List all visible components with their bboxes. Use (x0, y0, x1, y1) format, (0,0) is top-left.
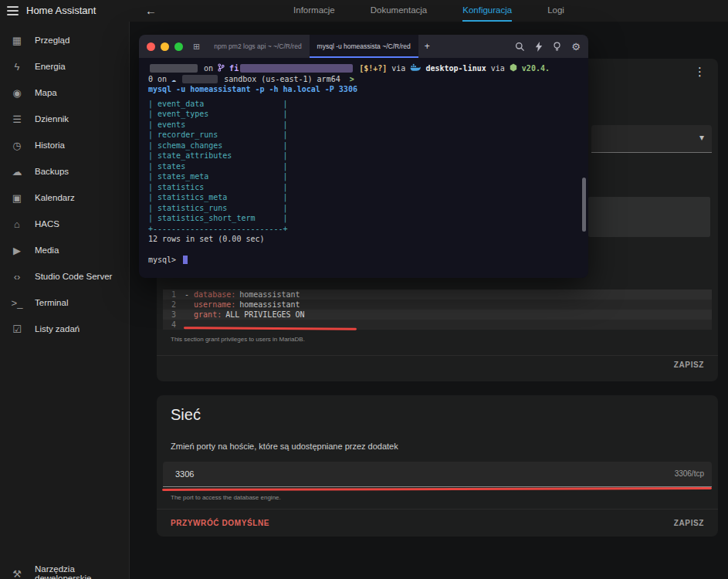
gear-icon[interactable]: ⚙ (571, 41, 581, 52)
sidebar: ▦PrzeglądϟEnergia◉Mapa☰Dziennik◷Historia… (0, 22, 130, 579)
terminal-tab[interactable]: npm pm2 logs api ~ ~/C/R/red (206, 35, 309, 58)
port-input[interactable]: 3306 3306/tcp (163, 462, 712, 487)
yaml-editor-line[interactable]: 3 grant:ALL PRIVILEGES ON (163, 310, 712, 320)
sidebar-item-label: Media (35, 245, 59, 255)
logbook-icon: ☰ (10, 113, 24, 125)
sidebar-item-backups[interactable]: ☁Backups (0, 158, 129, 185)
network-card: Sieć Zmień porty na hoście, które są udo… (157, 395, 718, 537)
sidebar-item-terminal[interactable]: >_Terminal (0, 290, 129, 316)
prompt-text: 0 on (148, 75, 171, 83)
options-mode-dropdown[interactable]: ▾ (591, 125, 712, 153)
terminal-cursor (183, 256, 188, 264)
terminal-actions: ⚙ (515, 41, 581, 52)
history-chart-icon: ◷ (10, 140, 24, 151)
prompt-text: via (486, 64, 510, 73)
sidebar-item-label: Listy zadań (35, 324, 80, 334)
new-tab-button[interactable]: + (425, 35, 430, 58)
node-hexagon-icon (510, 64, 517, 73)
prompt-text: [$!+?] (354, 64, 387, 73)
annotation-underline-port (162, 487, 712, 491)
mysql-prompt-line: mysql> (148, 255, 588, 266)
overflow-menu-icon[interactable]: ⋮ (694, 65, 706, 79)
yaml-value: homeassistant (239, 290, 300, 300)
tab-dokumentacja[interactable]: Dokumentacja (371, 0, 428, 22)
sidebar-item-historia[interactable]: ◷Historia (0, 132, 129, 158)
yaml-prefix (185, 310, 194, 320)
sidebar-item-dziennik[interactable]: ☰Dziennik (0, 106, 129, 132)
sidebar-item-media[interactable]: ▶Media (0, 237, 129, 263)
terminal-body[interactable]: on fi [$!+?] via desktop-linux via v20.4… (139, 58, 588, 266)
redacted-text-block (182, 75, 218, 83)
sidebar-item-label: Kalendarz (35, 193, 75, 202)
close-window-button[interactable] (147, 42, 155, 51)
shell-prompt-line-1: on fi [$!+?] via desktop-linux via v20.4… (148, 63, 588, 74)
media-play-icon: ▶ (10, 245, 24, 256)
network-card-description: Zmień porty na hoście, które są udostępn… (171, 442, 398, 451)
yaml-key: grant: (194, 310, 222, 320)
mysql-table-row: | state_attributes | (148, 151, 588, 161)
prompt-text: fi (225, 64, 239, 73)
sidebar-item-label: Przegląd (35, 36, 69, 45)
card-divider (157, 355, 718, 356)
backup-cloud-icon: ☁ (10, 166, 24, 178)
task-check-icon: ☑ (10, 323, 24, 335)
yaml-options-editor[interactable]: 1- database:homeassistant2 username:home… (163, 290, 712, 330)
sidebar-item-energia[interactable]: ϟEnergia (0, 53, 129, 80)
app-title: Home Assistant (26, 0, 96, 22)
obscured-options-region (588, 197, 710, 237)
mysql-table-list: | event_data || event_types || events ||… (148, 99, 588, 224)
terminal-scrollbar[interactable] (582, 178, 586, 232)
port-caption: The port to access the database engine. (171, 494, 281, 501)
prompt-text: desktop-linux (421, 64, 486, 73)
sidebar-item-przegl-d[interactable]: ▦Przegląd (0, 27, 129, 53)
search-icon[interactable] (515, 42, 525, 52)
sidebar-toggle-icon[interactable] (7, 6, 19, 15)
reset-defaults-button[interactable]: PRZYWRÓĆ DOMYŚLNE (171, 519, 269, 527)
sidebar-item-label: Narzędzia deweloperskie (35, 564, 129, 579)
save-options-button[interactable]: ZAPISZ (674, 361, 704, 369)
yaml-editor-line[interactable]: 1- database:homeassistant (163, 290, 712, 300)
yaml-key: database: (194, 290, 235, 300)
yaml-prefix: - (185, 290, 194, 300)
sidebar-item-studio-code-server[interactable]: ‹›Studio Code Server (0, 263, 129, 290)
mysql-table-row: | statistics | (148, 182, 588, 193)
view-dashboard-icon: ▦ (10, 35, 24, 46)
lightning-bolt-icon[interactable] (535, 42, 543, 52)
tab-logi[interactable]: Logi (547, 0, 564, 22)
sidebar-item-hacs[interactable]: ⌂HACS (0, 211, 129, 237)
network-card-title: Sieć (171, 406, 201, 424)
hacs-home-icon: ⌂ (10, 218, 24, 230)
yaml-value: ALL PRIVILEGES ON (225, 310, 304, 320)
terminal-tab-active[interactable]: mysql -u homeassista ~/C/R/red (310, 35, 418, 58)
sidebar-item-listy-zada[interactable]: ☑Listy zadań (0, 316, 129, 342)
yaml-value: homeassistant (239, 300, 300, 310)
sidebar-item-label: Historia (35, 141, 65, 150)
mysql-table-row: | states_meta | (148, 171, 588, 182)
sidebar-item-label: Terminal (35, 298, 68, 307)
mysql-table-row: | recorder_runs | (148, 130, 588, 141)
code-brackets-icon: ‹› (10, 271, 24, 283)
minimize-window-button[interactable] (161, 42, 169, 51)
line-number: 2 (163, 300, 185, 310)
mysql-table-row: | schema_changes | (148, 141, 588, 151)
lightbulb-icon[interactable] (553, 42, 561, 52)
prompt-text: on (199, 64, 218, 73)
options-caption: This section grant privileges to users i… (171, 336, 305, 343)
sidebar-item-kalendarz[interactable]: ▣Kalendarz (0, 185, 129, 211)
git-branch-icon (218, 64, 225, 73)
port-input-suffix: 3306/tcp (675, 462, 704, 486)
sidebar-item-mapa[interactable]: ◉Mapa (0, 80, 129, 106)
chevron-down-icon: ▾ (699, 132, 704, 143)
mysql-table-row: | event_types | (148, 109, 588, 120)
redacted-text-block (240, 64, 353, 73)
yaml-editor-line[interactable]: 2 username:homeassistant (163, 300, 712, 310)
tab-konfiguracja[interactable]: Konfiguracja (462, 0, 512, 22)
annotation-underline-grant (184, 327, 357, 330)
mysql-prompt: mysql> (148, 256, 181, 264)
prompt-text: via (387, 64, 410, 73)
sidebar-item-dev-tools[interactable]: ⚒ Narzędzia deweloperskie (0, 560, 129, 579)
zoom-window-button[interactable] (174, 42, 183, 51)
tab-informacje[interactable]: Informacje (293, 0, 335, 22)
mysql-result-line: 12 rows in set (0.00 sec) (148, 234, 588, 245)
save-network-button[interactable]: ZAPISZ (674, 519, 704, 527)
